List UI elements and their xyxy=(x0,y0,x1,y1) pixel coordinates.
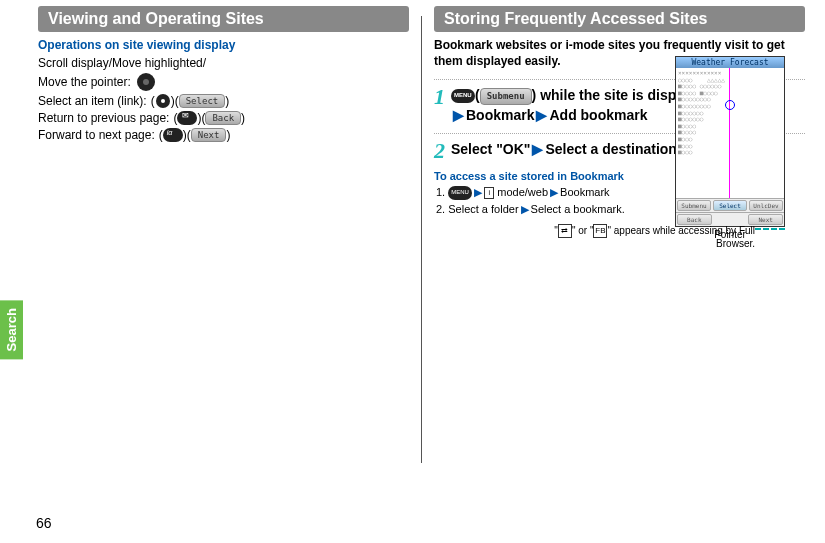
arrow-icon: ▶ xyxy=(550,186,558,198)
access1-modeweb: mode/web xyxy=(497,186,548,198)
page-number: 66 xyxy=(36,515,52,531)
phone-softkeys: Submenu Select UnlcDev xyxy=(676,198,784,212)
subhead-operations: Operations on site viewing display xyxy=(38,38,409,52)
arrow-icon: ▶ xyxy=(474,186,482,198)
pill-submenu: Submenu xyxy=(480,88,532,105)
phone-screen-body: ×××××××××××× ○○○○ △△△△△ ■○○○○ ○○○○○○ ■○○… xyxy=(676,68,784,198)
arrow-icon: ▶ xyxy=(532,141,543,157)
caption-post: " appears while accessing by Full Browse… xyxy=(607,225,755,249)
access2-select-folder: Select a folder xyxy=(448,203,518,215)
line-scroll: Scroll display/Move highlighted/ xyxy=(38,56,409,70)
menu-button-icon xyxy=(451,89,475,103)
pointer-crosshair-icon xyxy=(724,98,736,110)
text-scroll: Scroll display/Move highlighted/ xyxy=(38,56,206,70)
column-divider xyxy=(421,16,422,463)
phone-screenshot: Weather Forecast ×××××××××××× ○○○○ △△△△△… xyxy=(675,56,785,240)
softkey-unlcdev: UnlcDev xyxy=(749,200,783,211)
caption-mid: " or " xyxy=(572,225,594,236)
softkey-submenu: Submenu xyxy=(677,200,711,211)
access2-select-bookmark: Select a bookmark. xyxy=(531,203,625,215)
step1-add-bookmark: Add bookmark xyxy=(549,107,647,123)
text-return: Return to previous page: xyxy=(38,111,169,125)
imode-icon: i xyxy=(484,187,494,199)
arrow-icon: ▶ xyxy=(453,107,464,123)
caption-leader-line xyxy=(755,228,785,230)
text-forward: Forward to next page: xyxy=(38,128,155,142)
heading-viewing-operating: Viewing and Operating Sites xyxy=(38,6,409,32)
softkey-select: Select xyxy=(713,200,747,211)
caption-fullbrowser: "⇄" or "FB" appears while accessing by F… xyxy=(535,220,785,250)
center-button-icon xyxy=(156,94,170,108)
step-number-1: 1 xyxy=(434,86,445,108)
text-select-item: Select an item (link): xyxy=(38,94,147,108)
arrow-icon: ▶ xyxy=(536,107,547,123)
pill-select: Select xyxy=(179,94,226,108)
mail-button-icon xyxy=(177,111,197,125)
side-tab-search: Search xyxy=(0,300,23,359)
left-column: Viewing and Operating Sites Operations o… xyxy=(30,6,417,543)
pill-next: Next xyxy=(191,128,227,142)
line-return: Return to previous page: ()(Back) xyxy=(38,111,409,125)
dpad-icon xyxy=(137,73,155,91)
arrow-icon: ▶ xyxy=(521,203,529,215)
text-move-pointer: Move the pointer: xyxy=(38,75,131,89)
phone-screen-title: Weather Forecast xyxy=(676,57,784,68)
fb-icon-2: FB xyxy=(593,224,607,238)
fb-icon-1: ⇄ xyxy=(558,224,572,238)
heading-storing-sites: Storing Frequently Accessed Sites xyxy=(434,6,805,32)
step-number-2: 2 xyxy=(434,140,445,162)
line-forward: Forward to next page: ()(Next) xyxy=(38,128,409,142)
ialpha-button-icon xyxy=(163,128,183,142)
access1-bookmark: Bookmark xyxy=(560,186,610,198)
menu-button-icon xyxy=(448,186,472,200)
pill-back: Back xyxy=(205,111,241,125)
step1-bookmark: Bookmark xyxy=(466,107,534,123)
line-move-pointer: Move the pointer: xyxy=(38,73,409,91)
line-select-item: Select an item (link): ()(Select) xyxy=(38,94,409,108)
step2-select-ok: Select "OK" xyxy=(451,141,530,157)
